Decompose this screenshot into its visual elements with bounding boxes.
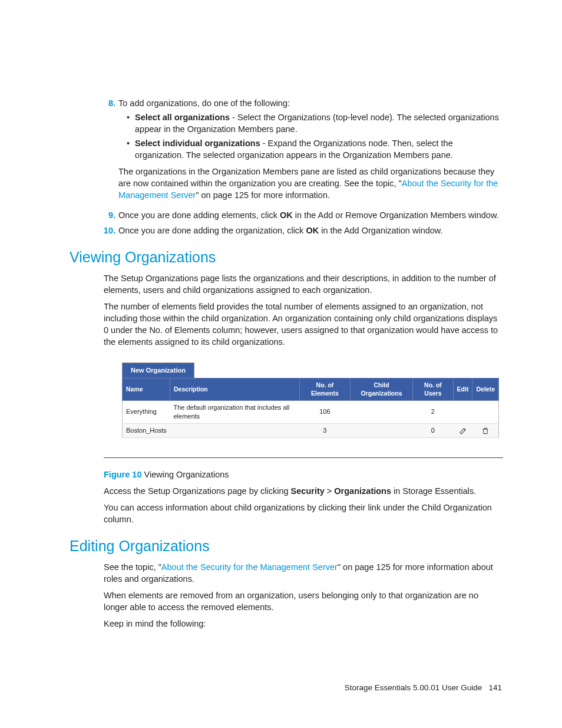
paragraph: See the topic, "About the Security for t… xyxy=(104,561,503,585)
list-item-10: 10. Once you are done adding the organiz… xyxy=(70,225,503,236)
cell-desc: The default organization that includes a… xyxy=(170,400,299,423)
edit-icon[interactable] xyxy=(459,427,467,434)
trash-icon[interactable] xyxy=(481,427,490,434)
heading-editing-organizations: Editing Organizations xyxy=(70,536,503,556)
list-number: 8. xyxy=(70,97,118,206)
cell-delete[interactable] xyxy=(472,423,499,437)
list-item-8: 8. To add organizations, do one of the f… xyxy=(70,97,503,206)
page-content: 8. To add organizations, do one of the f… xyxy=(0,0,562,728)
cell-elems: 3 xyxy=(299,423,350,437)
list-body: Once you are done adding elements, click… xyxy=(118,209,503,221)
bullet-text: Select individual organizations - Expand… xyxy=(135,137,503,161)
organizations-screenshot: New Organization Name Description No. of… xyxy=(121,362,500,439)
cell-edit xyxy=(453,400,472,423)
link-about-security[interactable]: About the Security for the Management Se… xyxy=(161,562,338,572)
table-row: Boston_Hosts 3 0 xyxy=(123,423,499,437)
bullet-item: • Select individual organizations - Expa… xyxy=(127,137,503,161)
figure-rule xyxy=(104,457,503,458)
cell-childs xyxy=(350,400,412,423)
cell-childs xyxy=(350,423,412,437)
bullet-dot: • xyxy=(127,137,135,161)
table-row: Everything The default organization that… xyxy=(123,400,499,423)
page-footer: Storage Essentials 5.00.01 User Guide 14… xyxy=(70,683,503,694)
cell-users: 0 xyxy=(413,423,453,437)
organizations-table: Name Description No. of Elements Child O… xyxy=(122,378,499,438)
cell-name[interactable]: Boston_Hosts xyxy=(123,423,170,437)
list-body: Once you are done adding the organizatio… xyxy=(118,225,503,236)
paragraph: The number of elements field provides th… xyxy=(104,301,503,348)
cell-elems: 106 xyxy=(299,400,350,423)
list-trail-text: The organizations in the Organization Me… xyxy=(118,166,503,201)
th-description: Description xyxy=(170,378,299,400)
th-name: Name xyxy=(123,378,170,400)
paragraph: Keep in mind the following: xyxy=(104,618,503,630)
cell-desc xyxy=(170,423,299,437)
cell-users: 2 xyxy=(413,400,453,423)
heading-viewing-organizations: Viewing Organizations xyxy=(70,247,503,268)
list-number: 10. xyxy=(70,225,118,236)
bullet-dot: • xyxy=(127,111,135,135)
paragraph: When elements are removed from an organi… xyxy=(104,589,503,613)
paragraph: Access the Setup Organizations page by c… xyxy=(104,485,503,497)
th-delete: Delete xyxy=(472,378,499,400)
cell-edit[interactable] xyxy=(453,423,472,437)
paragraph: The Setup Organizations page lists the o… xyxy=(104,272,503,296)
cell-delete xyxy=(472,400,499,423)
cell-name[interactable]: Everything xyxy=(123,400,170,423)
figure-caption: Figure 10 Viewing Organizations xyxy=(104,469,503,480)
bullet-item: • Select all organizations - Select the … xyxy=(127,111,503,135)
list-intro: To add organizations, do one of the foll… xyxy=(118,97,503,109)
th-child-orgs: Child Organizations xyxy=(350,378,412,400)
th-edit: Edit xyxy=(453,378,472,400)
bullet-text: Select all organizations - Select the Or… xyxy=(135,111,503,135)
page-number: 141 xyxy=(488,683,502,692)
th-elements: No. of Elements xyxy=(299,378,350,400)
new-organization-button[interactable]: New Organization xyxy=(122,363,194,378)
list-item-9: 9. Once you are done adding elements, cl… xyxy=(70,209,503,221)
list-number: 9. xyxy=(70,209,118,221)
th-users: No. of Users xyxy=(413,378,453,400)
paragraph: You can access information about child o… xyxy=(104,502,503,525)
